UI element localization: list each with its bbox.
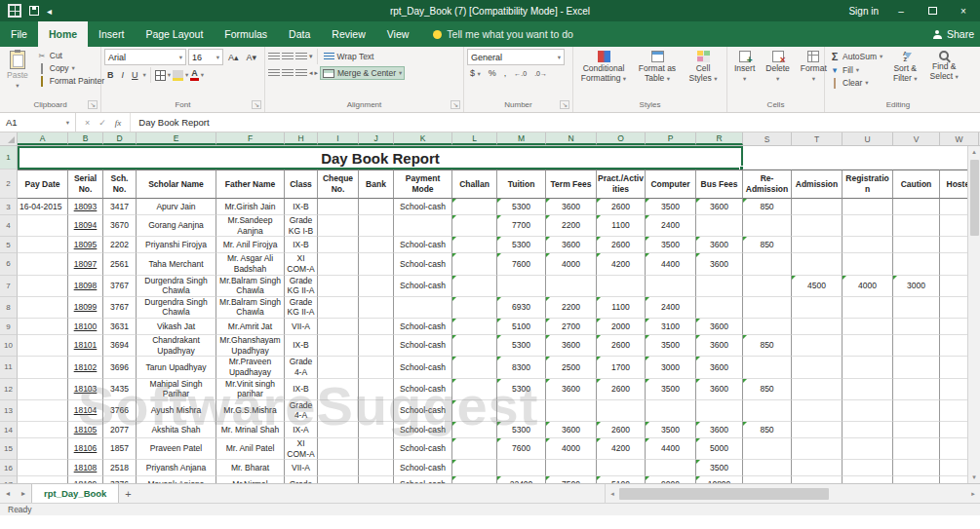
- cell[interactable]: [792, 460, 843, 476]
- cell[interactable]: Mr. Anil Patel: [216, 438, 285, 460]
- cell[interactable]: [743, 460, 792, 476]
- cell[interactable]: 5300: [497, 199, 546, 215]
- cell[interactable]: [18, 297, 68, 319]
- cell[interactable]: 5300: [497, 379, 546, 400]
- column-header-P[interactable]: P: [646, 132, 696, 145]
- cell[interactable]: 3600: [696, 379, 743, 400]
- cell[interactable]: [18, 319, 68, 335]
- cell[interactable]: 5300: [497, 335, 546, 357]
- fill-button[interactable]: ▾Fill▾: [828, 64, 884, 76]
- table-header-cheque-no-[interactable]: Cheque No.: [318, 170, 359, 199]
- sort-filter-button[interactable]: AZ Sort & Filter ▾: [887, 49, 922, 86]
- delete-cells-button[interactable]: Delete ▾: [762, 49, 794, 86]
- cell[interactable]: 2518: [103, 460, 137, 476]
- cell[interactable]: Mr.Girish Jain: [216, 199, 285, 215]
- cell[interactable]: 3767: [103, 297, 137, 319]
- cell[interactable]: 18108: [68, 460, 103, 476]
- cell[interactable]: [318, 253, 359, 275]
- cell[interactable]: [359, 199, 394, 215]
- cell[interactable]: [843, 476, 893, 483]
- column-header-N[interactable]: N: [546, 132, 597, 145]
- cell[interactable]: 3500: [696, 460, 743, 476]
- excel-app-icon[interactable]: [8, 4, 21, 18]
- row-number[interactable]: 11: [0, 357, 18, 378]
- cell[interactable]: 18095: [68, 237, 103, 253]
- cell[interactable]: [597, 276, 646, 297]
- cell[interactable]: [893, 422, 940, 438]
- row-number[interactable]: 12: [0, 379, 18, 400]
- alignment-dialog-launcher[interactable]: ↘: [451, 100, 460, 109]
- cell[interactable]: 2600: [597, 237, 646, 253]
- cell[interactable]: [318, 319, 359, 335]
- clear-button[interactable]: Clear▾: [828, 77, 884, 89]
- cancel-icon[interactable]: ×: [85, 118, 90, 128]
- tell-me-box[interactable]: Tell me what you want to do: [433, 21, 573, 47]
- cell[interactable]: 3600: [546, 237, 597, 253]
- cell[interactable]: [546, 400, 597, 422]
- cell[interactable]: [318, 335, 359, 357]
- decrease-indent-button[interactable]: ◂: [309, 69, 313, 77]
- cell[interactable]: 850: [743, 199, 792, 215]
- cell[interactable]: [18, 276, 68, 297]
- maximize-button[interactable]: [923, 6, 941, 17]
- table-header-bank[interactable]: Bank: [359, 170, 394, 199]
- cell[interactable]: [743, 319, 792, 335]
- paste-button[interactable]: Paste ▾: [3, 49, 32, 93]
- cell[interactable]: 1700: [597, 357, 646, 378]
- cell[interactable]: 4200: [597, 253, 646, 275]
- cell[interactable]: [318, 422, 359, 438]
- table-header-re-admission[interactable]: Re-Admission: [743, 170, 792, 199]
- cell[interactable]: [792, 215, 843, 237]
- font-name-select[interactable]: Arial▾: [104, 49, 186, 65]
- cell[interactable]: [646, 400, 696, 422]
- cell[interactable]: [792, 438, 843, 460]
- cell[interactable]: Mr. Mrinal Shah: [216, 422, 285, 438]
- column-header-I[interactable]: I: [318, 132, 359, 145]
- cell[interactable]: VII-A: [285, 319, 318, 335]
- cell[interactable]: 3600: [696, 319, 743, 335]
- scroll-down-icon[interactable]: ▾: [972, 472, 976, 483]
- cell[interactable]: Praveen Patel: [137, 438, 216, 460]
- select-all-corner[interactable]: [0, 132, 18, 145]
- row-number[interactable]: 16: [0, 460, 18, 476]
- cell[interactable]: 3376: [103, 476, 137, 483]
- cell[interactable]: [646, 460, 696, 476]
- insert-function-icon[interactable]: fx: [115, 118, 122, 128]
- table-header-computer[interactable]: Computer: [646, 170, 696, 199]
- cell[interactable]: [359, 253, 394, 275]
- cell[interactable]: Mr.Ghanshayam Upadhyay: [216, 335, 285, 357]
- cell[interactable]: 3500: [646, 335, 696, 357]
- cell[interactable]: School-cash: [394, 335, 452, 357]
- scroll-left-icon[interactable]: ◂: [606, 490, 619, 498]
- table-header-bus-fees[interactable]: Bus Fees: [696, 170, 743, 199]
- merge-center-button[interactable]: Merge & Center▾: [320, 66, 405, 80]
- table-header-term-fees[interactable]: Term Fees: [546, 170, 597, 199]
- row-number[interactable]: 10: [0, 335, 18, 357]
- add-sheet-button[interactable]: +: [119, 484, 137, 503]
- format-painter-button[interactable]: Format Painter: [35, 75, 106, 87]
- cell[interactable]: [318, 237, 359, 253]
- cell[interactable]: 4400: [646, 253, 696, 275]
- cell[interactable]: Grade: [285, 476, 318, 483]
- close-button[interactable]: ×: [955, 6, 972, 17]
- cell[interactable]: Taha Merchant: [137, 253, 216, 275]
- cell[interactable]: 18101: [68, 335, 103, 357]
- row-number[interactable]: 5: [0, 237, 18, 253]
- column-header-S[interactable]: S: [743, 132, 792, 145]
- cell[interactable]: [597, 460, 646, 476]
- cell[interactable]: [318, 297, 359, 319]
- cell[interactable]: 3000: [646, 357, 696, 378]
- italic-button[interactable]: I: [119, 69, 128, 81]
- cell[interactable]: [18, 476, 68, 483]
- cell[interactable]: School-cash: [394, 357, 452, 378]
- cell[interactable]: School-cash: [394, 253, 452, 275]
- cell[interactable]: VII-A: [285, 460, 318, 476]
- empty-cells[interactable]: [743, 146, 980, 170]
- cell[interactable]: 7600: [497, 438, 546, 460]
- column-header-V[interactable]: V: [893, 132, 940, 145]
- cell[interactable]: [452, 319, 497, 335]
- table-header-registration[interactable]: Registration: [843, 170, 893, 199]
- comma-style-button[interactable]: ,: [501, 67, 510, 79]
- cell[interactable]: Mr. Asgar Ali Badshah: [216, 253, 285, 275]
- cell[interactable]: Mr. Bharat: [216, 460, 285, 476]
